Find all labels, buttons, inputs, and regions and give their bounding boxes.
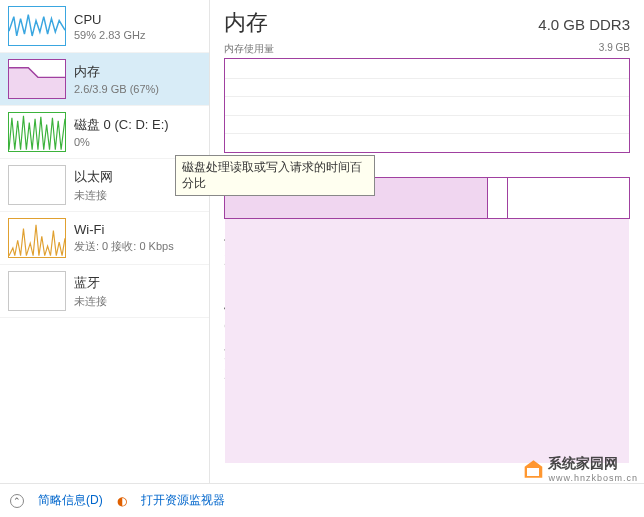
bluetooth-thumb-icon xyxy=(8,271,66,311)
sidebar-item-sub: 发送: 0 接收: 0 Kbps xyxy=(74,239,174,254)
detail-panel: 内存 4.0 GB DDR3 内存使用量 3.9 GB xyxy=(210,0,644,483)
brief-info-link[interactable]: 简略信息(D) xyxy=(38,492,103,509)
resmon-icon: ◐ xyxy=(117,494,127,508)
sidebar-item-memory[interactable]: 内存 2.6/3.9 GB (67%) xyxy=(0,53,209,106)
sidebar-item-label: Wi-Fi xyxy=(74,222,174,237)
svg-marker-0 xyxy=(9,68,65,99)
usage-chart-label: 内存使用量 xyxy=(224,42,274,56)
chevron-up-icon[interactable]: ⌃ xyxy=(10,494,24,508)
sidebar-item-sub: 未连接 xyxy=(74,294,107,309)
watermark: 系统家园网 www.hnzkbosm.cn xyxy=(522,455,638,483)
sidebar-item-label: 以太网 xyxy=(74,168,113,186)
sidebar-item-sub: 未连接 xyxy=(74,188,113,203)
sidebar-item-label: 内存 xyxy=(74,63,159,81)
usage-chart-max: 3.9 GB xyxy=(599,42,630,56)
footer: ⌃ 简略信息(D) ◐ 打开资源监视器 xyxy=(0,483,644,517)
sidebar-item-bluetooth[interactable]: 蓝牙 未连接 xyxy=(0,265,209,318)
watermark-logo-icon xyxy=(522,458,544,480)
watermark-name: 系统家园网 xyxy=(548,455,638,473)
sidebar-item-label: CPU xyxy=(74,12,146,27)
memory-capacity: 4.0 GB DDR3 xyxy=(538,16,630,33)
sidebar-item-sub: 0% xyxy=(74,136,169,148)
sidebar-item-sub: 2.6/3.9 GB (67%) xyxy=(74,83,159,95)
memory-usage-chart xyxy=(224,58,630,153)
watermark-sub: www.hnzkbosm.cn xyxy=(548,473,638,483)
wifi-thumb-icon xyxy=(8,218,66,258)
sidebar: CPU 59% 2.83 GHz 内存 2.6/3.9 GB (67%) xyxy=(0,0,210,483)
sidebar-item-disk0[interactable]: 磁盘 0 (C: D: E:) 0% xyxy=(0,106,209,159)
open-resmon-link[interactable]: 打开资源监视器 xyxy=(141,492,225,509)
memory-thumb-icon xyxy=(8,59,66,99)
ethernet-thumb-icon xyxy=(8,165,66,205)
sidebar-item-wifi[interactable]: Wi-Fi 发送: 0 接收: 0 Kbps xyxy=(0,212,209,265)
sidebar-item-cpu[interactable]: CPU 59% 2.83 GHz xyxy=(0,0,209,53)
sidebar-item-label: 磁盘 0 (C: D: E:) xyxy=(74,116,169,134)
sidebar-item-sub: 59% 2.83 GHz xyxy=(74,29,146,41)
page-title: 内存 xyxy=(224,8,268,38)
disk-tooltip: 磁盘处理读取或写入请求的时间百分比 xyxy=(175,155,375,196)
cpu-thumb-icon xyxy=(8,6,66,46)
sidebar-item-label: 蓝牙 xyxy=(74,274,107,292)
disk-thumb-icon xyxy=(8,112,66,152)
